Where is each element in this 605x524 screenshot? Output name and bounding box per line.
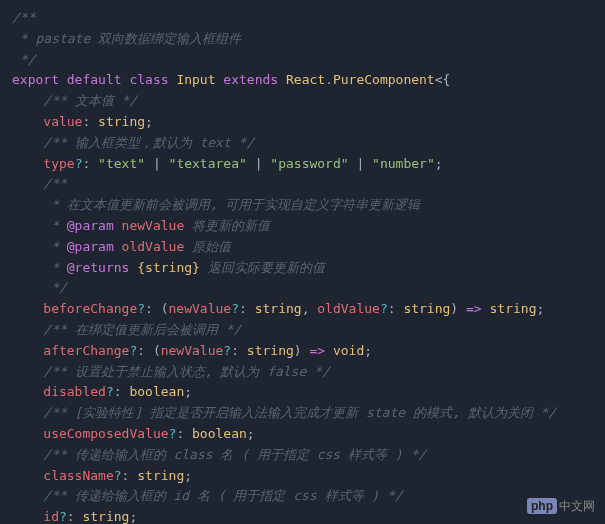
doc-comment-line: * 在文本值更新前会被调用, 可用于实现自定义字符串更新逻辑 [43,197,420,212]
comment-value: /** 文本值 */ [43,93,137,108]
param-newvalue: newValue [169,301,232,316]
doctag-param: @param [67,218,114,233]
prop-classname: className [43,468,113,483]
doc-comment-close: */ [43,280,66,295]
doc-comment-open: /** [43,176,66,191]
doctype-string: {string} [137,260,200,275]
watermark: php中文网 [527,497,595,516]
comment-classname: /** 传递给输入框的 class 名 ( 用于指定 css 样式等 ) */ [43,447,426,462]
string-textarea: "textarea" [169,156,247,171]
prop-type: type [43,156,74,171]
comment-usecomposed: /** [实验特性] 指定是否开启输入法输入完成才更新 state 的模式, 默… [43,405,556,420]
doc-comment-line: * pastate 双向数据绑定输入框组件 [12,31,241,46]
prop-beforechange: beforeChange [43,301,137,316]
string-text: "text" [98,156,145,171]
doctag-param: @param [67,239,114,254]
keyword-class: class [129,72,168,87]
type-void: void [333,343,364,358]
code-block: /** * pastate 双向数据绑定输入框组件 */ export defa… [12,8,593,524]
type-boolean: boolean [129,384,184,399]
keyword-extends: extends [223,72,278,87]
comment-disabled: /** 设置处于禁止输入状态, 默认为 false */ [43,364,329,379]
doctag-returns: @returns [67,260,130,275]
comment-type: /** 输入框类型，默认为 text */ [43,135,254,150]
prop-value: value [43,114,82,129]
docparam-newvalue: newValue [122,218,185,233]
prop-id: id [43,509,59,524]
class-name-input: Input [176,72,215,87]
doc-comment-close: */ [12,52,35,67]
watermark-text: 中文网 [559,499,595,513]
class-name-purecomponent: PureComponent [333,72,435,87]
prop-disabled: disabled [43,384,106,399]
comment-id: /** 传递给输入框的 id 名 ( 用于指定 css 样式等 ) */ [43,488,402,503]
keyword-default: default [67,72,122,87]
docparam-oldvalue: oldValue [122,239,185,254]
prop-afterchange: afterChange [43,343,129,358]
string-number: "number" [372,156,435,171]
docparam-desc: 将更新的新值 [184,218,270,233]
watermark-badge: php [527,498,557,514]
class-declaration: export default class Input extends React… [12,70,593,91]
comment-afterchange: /** 在绑定值更新后会被调用 */ [43,322,241,337]
docparam-desc: 原始值 [184,239,231,254]
string-password: "password" [270,156,348,171]
arrow-operator: => [466,301,482,316]
prop-usecomposedvalue: useComposedValue [43,426,168,441]
keyword-export: export [12,72,59,87]
class-name-react: React [286,72,325,87]
docreturns-desc: 返回实际要更新的值 [200,260,325,275]
doc-comment-open: /** [12,10,35,25]
type-string: string [98,114,145,129]
param-oldvalue: oldValue [317,301,380,316]
